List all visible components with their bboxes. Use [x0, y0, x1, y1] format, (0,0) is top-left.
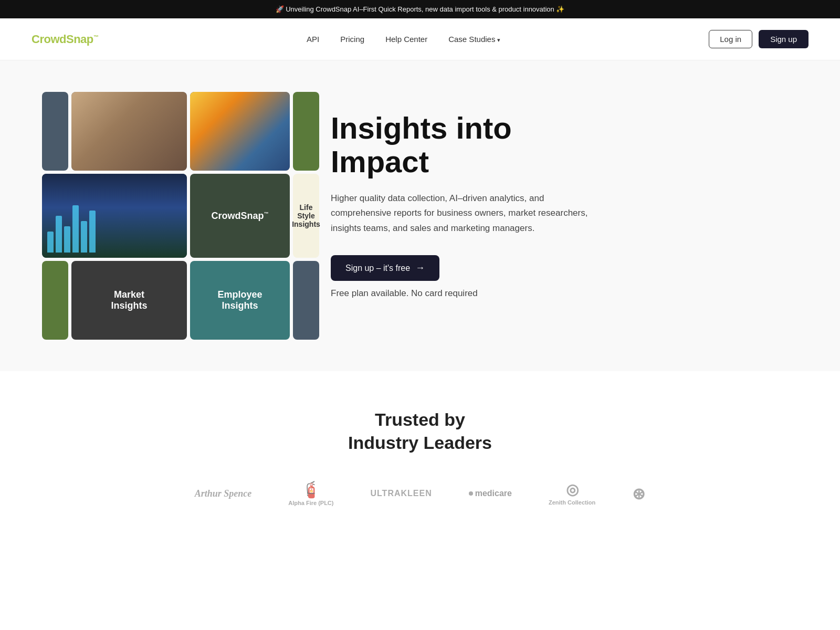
employee-insights-label: EmployeeInsights: [217, 289, 262, 311]
partner-logo-strip: Arthur Spence 🧯 Alpha Fire (PLC) ULTRAKL…: [32, 480, 808, 507]
alpha-fire-icon: 🧯: [288, 480, 333, 499]
chevron-down-icon: [497, 35, 500, 44]
mosaic-cell-crowdsnap-logo: CrowdSnap™: [190, 174, 290, 258]
chart-bars: [47, 205, 96, 253]
brand6-icon: ⊛: [632, 485, 645, 503]
logo-trademark: ™: [93, 34, 99, 39]
chart-bar: [56, 216, 62, 253]
mosaic-cell-bottom-right: [293, 261, 319, 340]
chart-bar: [89, 211, 96, 253]
zenith-label: Zenith Collection: [549, 499, 595, 506]
mosaic-cell-top-left: [42, 92, 68, 171]
hero-description: Higher quality data collection, AI–drive…: [331, 191, 604, 237]
trusted-section: Trusted by Industry Leaders Arthur Spenc…: [0, 371, 840, 543]
hero-cta-button[interactable]: Sign up – it's free →: [331, 255, 439, 281]
nav-links: API Pricing Help Center Case Studies: [307, 35, 500, 44]
nav-link-help-center[interactable]: Help Center: [385, 35, 427, 44]
chart-bar: [81, 221, 87, 253]
hiking-image: [190, 92, 290, 171]
mosaic-cell-bottom-left: [42, 261, 68, 340]
chart-bar: [47, 232, 54, 253]
ultrakleen-label: ULTRAKLEEN: [370, 489, 432, 498]
logo-text-crowd: Crowd: [32, 33, 66, 46]
hero-heading: Insights into Impact: [331, 111, 604, 178]
medicare-dot-icon: [469, 491, 473, 496]
nav-actions: Log in Sign up: [709, 30, 808, 48]
partner-logo-medicare: medicare: [469, 489, 512, 498]
chart-bar: [72, 205, 79, 253]
logo-text-snap: Snap: [66, 33, 93, 46]
zenith-icon: ◎: [549, 481, 595, 498]
announcement-bar: 🚀 Unveiling CrowdSnap AI–First Quick Rep…: [0, 0, 840, 18]
partner-logo-arthur-spence: Arthur Spence: [195, 488, 252, 499]
nav-link-api[interactable]: API: [307, 35, 319, 44]
partner-logo-alpha-fire: 🧯 Alpha Fire (PLC): [288, 480, 333, 507]
mosaic-cell-top-right: [293, 92, 319, 171]
mosaic-cell-hiking: [190, 92, 290, 171]
signup-button[interactable]: Sign up: [759, 30, 808, 48]
partner-logo-ultrakleen: ULTRAKLEEN: [370, 489, 432, 498]
free-plan-note: Free plan available. No card required: [331, 286, 604, 301]
navbar: CrowdSnap™ API Pricing Help Center Case …: [0, 18, 840, 60]
hero-mosaic: CrowdSnap™ Life Style Insights MarketIns…: [42, 92, 299, 340]
mosaic-cell-employee-insights: EmployeeInsights: [190, 261, 290, 340]
nav-item-pricing[interactable]: Pricing: [340, 35, 364, 44]
mosaic-crowdsnap-brand: CrowdSnap™: [211, 211, 268, 222]
arrow-icon: →: [415, 262, 425, 274]
mosaic-cell-city-chart: [42, 174, 187, 258]
trusted-heading: Trusted by Industry Leaders: [32, 408, 808, 454]
hero-section: CrowdSnap™ Life Style Insights MarketIns…: [0, 60, 840, 371]
mosaic-cell-grocery: [71, 92, 187, 171]
logo[interactable]: CrowdSnap™: [32, 33, 98, 46]
nav-link-pricing[interactable]: Pricing: [340, 35, 364, 44]
city-chart-image: [42, 174, 187, 258]
mosaic-cell-lifestyle: Life Style Insights: [293, 174, 319, 258]
chart-bar: [64, 226, 70, 253]
alpha-fire-label: Alpha Fire (PLC): [288, 500, 333, 506]
login-button[interactable]: Log in: [709, 30, 752, 48]
hero-cta-label: Sign up – it's free: [345, 264, 410, 273]
partner-logo-brand6: ⊛: [632, 485, 645, 503]
partner-logo-zenith: ◎ Zenith Collection: [549, 481, 595, 506]
nav-link-case-studies[interactable]: Case Studies: [448, 35, 500, 44]
arthur-spence-logo: Arthur Spence: [195, 488, 252, 499]
hero-text-block: Insights into Impact Higher quality data…: [331, 111, 604, 320]
nav-item-api[interactable]: API: [307, 35, 319, 44]
mosaic-cell-market-insights: MarketInsights: [71, 261, 187, 340]
market-insights-label: MarketInsights: [111, 289, 147, 311]
medicare-label: medicare: [475, 489, 512, 498]
nav-item-case-studies[interactable]: Case Studies: [448, 35, 500, 44]
grocery-image: [71, 92, 187, 171]
announcement-text: 🚀 Unveiling CrowdSnap AI–First Quick Rep…: [276, 5, 565, 13]
nav-item-help-center[interactable]: Help Center: [385, 35, 427, 44]
